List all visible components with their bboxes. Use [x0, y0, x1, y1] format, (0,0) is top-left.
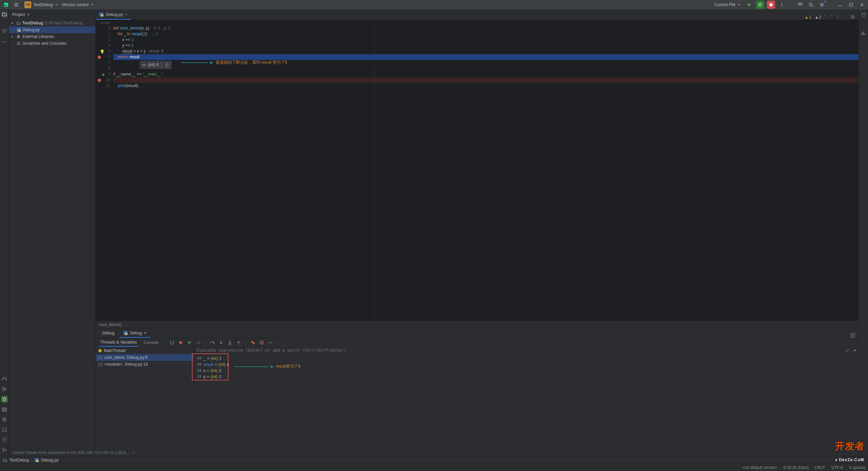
layout-settings-icon[interactable]	[850, 333, 855, 338]
svg-rect-35	[179, 341, 182, 344]
console-tab[interactable]: Console	[142, 339, 160, 347]
step-into-icon[interactable]	[218, 340, 224, 346]
svg-rect-62	[200, 375, 201, 376]
status-server[interactable]: <no default server>	[742, 465, 777, 470]
code-with-me-icon[interactable]	[796, 1, 804, 9]
tree-root-path: D:\Project\TestDebug	[44, 21, 83, 25]
svg-rect-76	[36, 460, 39, 462]
pause-icon[interactable]	[195, 340, 201, 346]
tip-text: Switch frames from anywhere in the IDE w…	[12, 450, 131, 456]
database-tool-icon[interactable]	[860, 12, 867, 18]
frame-row[interactable]: <module>, Debug.py:10	[96, 361, 194, 368]
project-header-label: Project	[12, 12, 25, 17]
stop-debug-icon[interactable]	[178, 340, 184, 346]
editor-options-icon[interactable]: ⋮	[835, 15, 840, 20]
debug-tool-icon[interactable]	[1, 396, 8, 403]
minimize-icon[interactable]	[836, 1, 844, 9]
close-tip-icon[interactable]: ×	[133, 450, 135, 455]
editor-tab-debugpy[interactable]: Debug.py ×	[96, 10, 131, 20]
resume-icon[interactable]	[186, 340, 193, 346]
folder-icon	[3, 458, 7, 463]
run-tool-icon[interactable]	[1, 386, 8, 392]
close-session-icon[interactable]: ×	[144, 331, 146, 335]
services-tool-icon[interactable]	[1, 406, 8, 413]
vcs-tool-icon[interactable]	[1, 447, 8, 453]
project-tree[interactable]: ▾ TestDebug D:\Project\TestDebug Debug.p…	[9, 20, 95, 471]
debug-value-tooltip[interactable]: {int} 6 │	[140, 61, 172, 69]
step-out-icon[interactable]	[236, 340, 242, 346]
svg-point-9	[809, 3, 812, 6]
step-into-my-icon[interactable]	[227, 340, 233, 346]
more-actions-icon[interactable]	[778, 1, 786, 9]
thread-label: MainThread	[104, 348, 125, 353]
status-cursor-pos[interactable]: 6:18 (6 chars)	[784, 465, 809, 470]
intention-bulb-icon[interactable]: 💡	[100, 49, 104, 54]
notifications-icon[interactable]	[850, 15, 855, 20]
variable-type: {int}	[218, 362, 225, 367]
view-breakpoints-icon[interactable]	[250, 340, 256, 346]
debug-tooltip-value: {int} 6	[148, 62, 159, 68]
tree-scratches[interactable]: Scratches and Consoles	[9, 40, 95, 47]
run-button[interactable]	[745, 1, 753, 9]
editor-breadcrumb[interactable]: sum_demo()	[96, 321, 859, 328]
project-panel-header[interactable]: Project▼	[9, 9, 95, 20]
variable-row[interactable]: _ = {int} 1	[197, 355, 855, 362]
problems-tool-icon[interactable]	[1, 436, 8, 443]
usages-hint[interactable]: 1 usage	[96, 20, 111, 25]
expand-eval-icon[interactable]: ⤢	[844, 348, 851, 353]
breadcrumb-item[interactable]: sum_demo()	[99, 322, 122, 327]
eval-dropdown-icon[interactable]: ▾	[851, 348, 859, 353]
rerun-icon[interactable]	[169, 340, 175, 346]
vcs-selector[interactable]: Version control▼	[62, 2, 94, 7]
project-selector[interactable]: TestDebug▼	[33, 2, 58, 7]
coverage-tool-icon[interactable]	[860, 30, 867, 37]
warnings-indicator[interactable]: ▲1	[805, 15, 811, 20]
navigation-bar[interactable]: TestDebug › Debug.py	[0, 456, 868, 464]
python-console-icon[interactable]	[1, 375, 8, 382]
python-packages-icon[interactable]	[1, 416, 8, 423]
debug-session-tab[interactable]: Debug ×	[119, 329, 150, 338]
status-encoding[interactable]: UTF-8	[831, 465, 843, 470]
close-window-icon[interactable]	[858, 1, 866, 9]
terminal-tool-icon[interactable]	[1, 426, 8, 433]
next-highlight-icon[interactable]: ˅	[830, 15, 832, 20]
svg-point-8	[800, 3, 802, 5]
evaluate-expression-input[interactable]	[194, 348, 844, 353]
editor-gutter[interactable]: 1 usage 1 2 3 4 💡5 6 7 8 ▶9 10 11	[96, 20, 113, 321]
prev-highlight-icon[interactable]: ˄	[825, 15, 827, 20]
breakpoint-icon[interactable]	[98, 56, 101, 59]
info-icon[interactable]	[165, 63, 169, 67]
status-line-sep[interactable]: CRLF	[815, 465, 825, 470]
step-over-icon[interactable]	[209, 340, 215, 346]
threads-vars-tab[interactable]: Threads & Variables	[99, 339, 138, 347]
frame-row[interactable]: sum_demo, Debug.py:6	[96, 354, 194, 361]
app-logo-icon[interactable]	[2, 1, 10, 9]
run-gutter-icon[interactable]: ▶	[102, 71, 105, 77]
status-indent[interactable]: 4 spaces	[849, 465, 865, 470]
maximize-icon[interactable]	[847, 1, 855, 9]
mute-breakpoints-icon[interactable]	[259, 340, 265, 346]
svg-rect-34	[851, 333, 855, 337]
editor-code[interactable]: def sum_demo(x, y): x: 3 y: 3 for _ in r…	[113, 20, 859, 321]
stop-button[interactable]	[767, 1, 775, 9]
search-icon[interactable]	[807, 1, 815, 9]
close-tab-icon[interactable]: ×	[125, 12, 127, 17]
svg-rect-24	[101, 14, 103, 17]
debug-toolwindow-tab[interactable]: Debug	[98, 329, 118, 338]
run-config-selector[interactable]: Current File▼	[712, 2, 743, 8]
thread-row[interactable]: MainThread	[96, 347, 194, 354]
breakpoint-line-highlight	[113, 77, 859, 83]
hamburger-icon[interactable]	[12, 1, 20, 9]
weak-warnings-indicator[interactable]: ▲2	[814, 15, 821, 20]
debug-more-icon[interactable]	[268, 340, 274, 346]
settings-icon[interactable]	[818, 1, 826, 9]
editor-body[interactable]: 1 usage 1 2 3 4 💡5 6 7 8 ▶9 10 11	[96, 20, 859, 321]
tree-ext-libs[interactable]: ▸ External Libraries	[9, 33, 95, 40]
nav-file[interactable]: Debug.py	[41, 458, 58, 463]
tree-root[interactable]: ▾ TestDebug D:\Project\TestDebug	[9, 20, 95, 26]
variable-row[interactable]: y = {int} 3	[197, 374, 855, 380]
nav-project[interactable]: TestDebug	[9, 458, 29, 463]
tree-file-debugpy[interactable]: Debug.py	[9, 26, 95, 33]
debug-button[interactable]	[756, 1, 764, 9]
breakpoint-icon[interactable]	[98, 79, 101, 82]
